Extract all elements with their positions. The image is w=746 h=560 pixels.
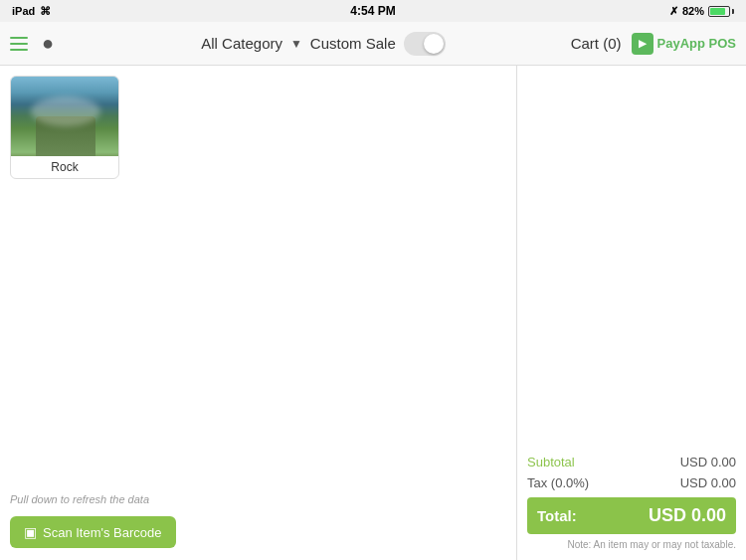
total-value: USD 0.00 bbox=[649, 505, 726, 526]
status-time: 4:54 PM bbox=[350, 4, 395, 18]
menu-button[interactable] bbox=[10, 37, 28, 51]
cart-summary: Subtotal USD 0.00 Tax (0.0%) USD 0.00 To… bbox=[527, 452, 736, 550]
scan-button-label: Scan Item's Barcode bbox=[43, 525, 162, 540]
toolbar-left: ● bbox=[10, 32, 129, 55]
total-label: Total: bbox=[537, 507, 577, 524]
battery-percent: 82% bbox=[682, 5, 704, 17]
payapp-logo: ▶ PayApp POS bbox=[632, 33, 736, 55]
battery-indicator bbox=[708, 6, 734, 17]
battery-tip bbox=[732, 9, 734, 14]
barcode-icon: ▣ bbox=[24, 524, 37, 540]
cart-label[interactable]: Cart (0) bbox=[556, 35, 622, 52]
toolbar: ● All Category ▼ Custom Sale Cart (0) ▶ … bbox=[0, 22, 746, 66]
device-label: iPad bbox=[12, 5, 35, 17]
subtotal-row: Subtotal USD 0.00 bbox=[527, 452, 736, 472]
pull-refresh-hint: Pull down to refresh the data bbox=[10, 493, 149, 505]
status-left: iPad ⌘ bbox=[12, 5, 51, 18]
category-selector-label: All Category bbox=[201, 35, 282, 52]
battery-fill bbox=[710, 8, 725, 15]
scan-barcode-button[interactable]: ▣ Scan Item's Barcode bbox=[10, 516, 176, 548]
product-card-rock[interactable]: Rock bbox=[10, 76, 119, 179]
status-bar: iPad ⌘ 4:54 PM ✗ 82% bbox=[0, 0, 746, 22]
custom-sale-toggle[interactable] bbox=[404, 32, 446, 56]
tax-value: USD 0.00 bbox=[680, 475, 736, 490]
wifi-icon: ⌘ bbox=[40, 5, 51, 18]
custom-sale-label: Custom Sale bbox=[310, 35, 396, 52]
chevron-down-icon[interactable]: ▼ bbox=[290, 37, 302, 51]
right-panel: Subtotal USD 0.00 Tax (0.0%) USD 0.00 To… bbox=[517, 66, 746, 560]
battery-body bbox=[708, 6, 730, 17]
taxable-note: Note: An item may or may not taxable. bbox=[527, 539, 736, 550]
product-grid: Rock bbox=[10, 76, 506, 179]
toolbar-center: All Category ▼ Custom Sale bbox=[129, 32, 517, 56]
subtotal-label: Subtotal bbox=[527, 455, 575, 469]
search-button[interactable]: ● bbox=[42, 32, 54, 55]
product-name-rock: Rock bbox=[11, 156, 118, 178]
product-image-rock bbox=[11, 77, 119, 156]
payapp-label: PayApp POS bbox=[657, 36, 736, 51]
left-panel: Rock Pull down to refresh the data ▣ Sca… bbox=[0, 66, 517, 560]
tax-row: Tax (0.0%) USD 0.00 bbox=[527, 472, 736, 493]
main-layout: Rock Pull down to refresh the data ▣ Sca… bbox=[0, 66, 746, 560]
bluetooth-icon: ✗ bbox=[669, 5, 678, 18]
status-right: ✗ 82% bbox=[669, 5, 734, 18]
subtotal-value: USD 0.00 bbox=[680, 455, 736, 469]
payapp-icon: ▶ bbox=[632, 33, 653, 55]
total-row: Total: USD 0.00 bbox=[527, 497, 736, 534]
toolbar-right: Cart (0) ▶ PayApp POS bbox=[517, 33, 736, 55]
tax-label: Tax (0.0%) bbox=[527, 475, 589, 490]
